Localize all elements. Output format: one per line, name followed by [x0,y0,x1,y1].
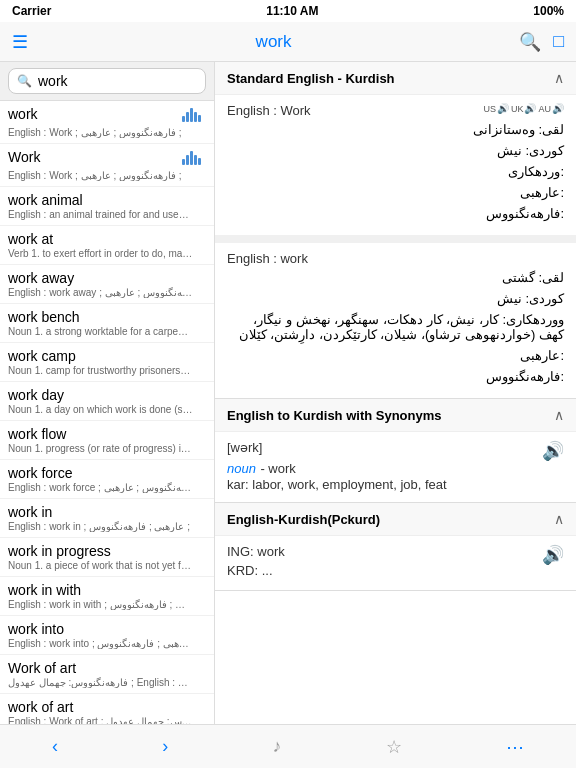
word-sub: Noun 1. a day on which work is done (syn… [8,404,193,415]
word-sub: English : Work ; فارهه‌نگنووس ; عارهبی ; [8,127,193,138]
left-panel: 🔍 ✕ work Engli [0,62,215,724]
word-sub: English : Work of art ; فارهه‌نگنووس: جه… [8,716,193,724]
word-title: Work [8,149,40,165]
word-list-item[interactable]: work force English : work force ; فارهه‌… [0,460,214,499]
search-magnifier-icon: 🔍 [17,74,32,88]
status-bar: Carrier 11:10 AM 100% [0,0,576,22]
sound-icon [182,106,206,126]
word-list-item[interactable]: work camp Noun 1. camp for trustworthy p… [0,343,214,382]
menu-icon[interactable]: ☰ [12,31,28,53]
word-list-item[interactable]: work bench Noun 1. a strong worktable fo… [0,304,214,343]
term-arabic-2: :عارهبی [227,348,564,363]
search-input[interactable] [38,73,213,89]
chevron-up-icon-3: ∧ [554,511,564,527]
carrier-signal: Carrier [12,4,51,18]
term-worda-1: :وردهکاری [227,164,564,179]
word-sub: English : work away ; فارهه‌نگنووس ; عار… [8,287,193,298]
search-icon[interactable]: 🔍 [519,31,541,53]
word-title: work force [8,465,73,481]
word-title: work of art [8,699,73,715]
nav-actions: 🔍 □ [519,31,564,53]
word-sub: English : work into ; عارهبی ; فارهه‌نگن… [8,638,193,649]
entry-synonyms: [wərk] noun - work kar: labor, work, emp… [215,432,576,502]
nav-bar: ☰ work 🔍 □ [0,22,576,62]
entry-pckurd: ING: work KRD: ... 🔊 [215,536,576,590]
word-list-item[interactable]: work in with English : work in with ; عا… [0,577,214,616]
section-synonyms: English to Kurdish with Synonyms ∧ [wərk… [215,399,576,503]
section-header-3[interactable]: English-Kurdish(Pckurd) ∧ [215,503,576,536]
word-sub: Noun 1. a piece of work that is not yet … [8,560,193,571]
section-header-2[interactable]: English to Kurdish with Synonyms ∧ [215,399,576,432]
favorite-button[interactable]: ☆ [374,732,414,762]
bottom-toolbar: ‹ › ♪ ☆ ⋯ [0,724,576,768]
word-list-item[interactable]: work day Noun 1. a day on which work is … [0,382,214,421]
word-title: work in [8,504,52,520]
chevron-up-icon-2: ∧ [554,407,564,423]
audio-us[interactable]: US🔊 [483,103,509,114]
audio-icon-2[interactable]: 🔊 [542,440,564,462]
entry-row-2: English : work [227,251,564,266]
word-list-item[interactable]: work flow Noun 1. progress (or rate of p… [0,421,214,460]
entry-label-1: English : Work [227,103,311,118]
search-bar: 🔍 ✕ [0,62,214,101]
section-title-1: Standard English - Kurdish [227,71,395,86]
word-list: work English : Work ; فارهه‌نگنووس ; عار… [0,101,214,724]
word-list-item[interactable]: Work English : Work ; فارهه‌نگنووس ; عار… [0,144,214,187]
audio-icon-3[interactable]: 🔊 [542,544,564,566]
word-title: work day [8,387,64,403]
word-sub: English : Work ; فارهه‌نگنووس ; عارهبی ; [8,170,193,181]
entry-row-1: English : Work US🔊 UK🔊 AU🔊 [227,103,564,118]
word-sub: Noun 1. progress (or rate of progress) i… [8,443,193,454]
term-worda-2: ووردهکاری: کار، نیش، کار دهکات، سهنگهر، … [227,312,564,342]
word-sub: Noun 1. a strong worktable for a carpent… [8,326,193,337]
more-button[interactable]: ⋯ [494,732,536,762]
word-title: work in progress [8,543,111,559]
word-title: work bench [8,309,80,325]
word-title: work flow [8,426,66,442]
word-title: work into [8,621,64,637]
section-title-3: English-Kurdish(Pckurd) [227,512,380,527]
back-button[interactable]: ‹ [40,732,70,761]
nav-title: work [28,32,519,52]
word-list-item[interactable]: work away English : work away ; فارهه‌نگ… [0,265,214,304]
word-title: work in with [8,582,81,598]
translations: kar: labor, work, employment, job, feat [227,477,447,492]
word-sub: Verb 1. to exert effort in order to do, … [8,248,193,259]
word-list-item[interactable]: work animal English : an animal trained … [0,187,214,226]
section-header-1[interactable]: Standard English - Kurdish ∧ [215,62,576,95]
term-persian-1: :فارهه‌نگنووس [227,206,564,221]
forward-button[interactable]: › [150,732,180,761]
word-title: work animal [8,192,83,208]
term-kurdish-2: کوردی: نیش [227,291,564,306]
pos-noun: noun [227,461,256,476]
speaker-button[interactable]: ♪ [260,732,293,761]
word-title: Work of art [8,660,76,676]
audio-au[interactable]: AU🔊 [538,103,564,114]
pos-word: - work [260,461,295,476]
word-list-item[interactable]: work at Verb 1. to exert effort in order… [0,226,214,265]
term-kurdish-1: کوردی: نیش [227,143,564,158]
section-pckurd: English-Kurdish(Pckurd) ∧ ING: work KRD:… [215,503,576,591]
audio-uk[interactable]: UK🔊 [511,103,537,114]
word-list-item[interactable]: work English : Work ; فارهه‌نگنووس ; عار… [0,101,214,144]
pckurd-ing: ING: work [227,544,285,559]
word-list-item[interactable]: work in progress Noun 1. a piece of work… [0,538,214,577]
entry-work-2: English : work لقی: گشتی کوردی: نیش وورد… [215,243,576,398]
main-content: 🔍 ✕ work Engli [0,62,576,724]
chevron-up-icon-1: ∧ [554,70,564,86]
word-list-item[interactable]: work in English : work in ; عارهبی ; فار… [0,499,214,538]
audio-buttons-1: US🔊 UK🔊 AU🔊 [483,103,564,114]
time: 11:10 AM [266,4,318,18]
search-input-wrapper: 🔍 ✕ [8,68,206,94]
word-list-item[interactable]: Work of art فارهه‌نگنووس: جهمال عهدول ; … [0,655,214,694]
section-standard-english-kurdish: Standard English - Kurdish ∧ English : W… [215,62,576,399]
word-sub: English : work in with ; عارهبی ; فارهه‌… [8,599,193,610]
word-list-item[interactable]: work into English : work into ; عارهبی ;… [0,616,214,655]
book-icon[interactable]: □ [553,31,564,53]
section-title-2: English to Kurdish with Synonyms [227,408,442,423]
word-list-item[interactable]: work of art English : Work of art ; فاره… [0,694,214,724]
word-title: work away [8,270,74,286]
word-title: work [8,106,38,122]
word-sub: Noun 1. camp for trustworthy prisoners e… [8,365,193,376]
right-panel: Standard English - Kurdish ∧ English : W… [215,62,576,724]
